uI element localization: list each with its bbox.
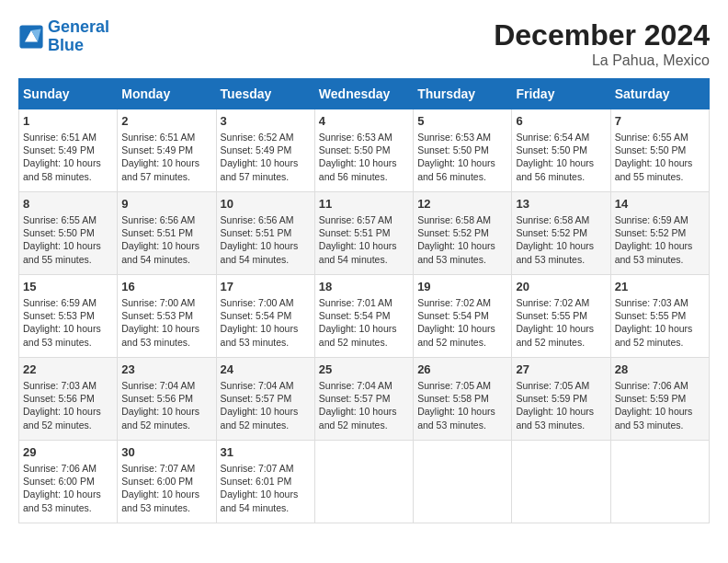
day-number: 25 (319, 362, 409, 376)
logo: General Blue (18, 18, 109, 55)
day-number: 26 (417, 362, 507, 376)
day-details: Sunrise: 7:05 AMSunset: 5:59 PMDaylight:… (516, 379, 606, 431)
logo-text: General Blue (48, 18, 109, 55)
day-details: Sunrise: 6:52 AMSunset: 5:49 PMDaylight:… (221, 131, 311, 183)
calendar-header: SundayMondayTuesdayWednesdayThursdayFrid… (19, 79, 710, 109)
month-title: December 2024 (494, 18, 710, 52)
day-cell-13: 13Sunrise: 6:58 AMSunset: 5:52 PMDayligh… (512, 192, 610, 275)
day-number: 22 (23, 362, 113, 376)
day-cell-19: 19Sunrise: 7:02 AMSunset: 5:54 PMDayligh… (414, 275, 512, 358)
day-number: 13 (516, 197, 606, 211)
header-day-thursday: Thursday (414, 79, 512, 109)
day-details: Sunrise: 6:55 AMSunset: 5:50 PMDaylight:… (23, 213, 113, 266)
day-details: Sunrise: 6:55 AMSunset: 5:50 PMDaylight:… (615, 131, 705, 183)
day-number: 7 (615, 114, 705, 128)
day-details: Sunrise: 6:53 AMSunset: 5:50 PMDaylight:… (417, 131, 507, 183)
day-details: Sunrise: 7:00 AMSunset: 5:53 PMDaylight:… (121, 296, 211, 349)
day-number: 24 (221, 362, 311, 376)
week-row-1: 1Sunrise: 6:51 AMSunset: 5:49 PMDaylight… (19, 109, 710, 192)
day-cell-14: 14Sunrise: 6:59 AMSunset: 5:52 PMDayligh… (610, 192, 709, 275)
week-row-4: 22Sunrise: 7:03 AMSunset: 5:56 PMDayligh… (19, 358, 710, 441)
day-number: 1 (23, 114, 113, 128)
day-details: Sunrise: 7:00 AMSunset: 5:54 PMDaylight:… (221, 296, 311, 349)
day-details: Sunrise: 6:56 AMSunset: 5:51 PMDaylight:… (121, 213, 211, 266)
logo-icon (18, 24, 44, 50)
day-number: 6 (516, 114, 606, 128)
day-cell-28: 28Sunrise: 7:06 AMSunset: 5:59 PMDayligh… (610, 358, 709, 441)
day-cell-27: 27Sunrise: 7:05 AMSunset: 5:59 PMDayligh… (512, 358, 610, 441)
day-number: 2 (121, 114, 211, 128)
logo-line2: Blue (48, 36, 84, 54)
day-cell-16: 16Sunrise: 7:00 AMSunset: 5:53 PMDayligh… (118, 275, 216, 358)
header: General Blue December 2024 La Pahua, Mex… (18, 18, 710, 69)
day-details: Sunrise: 7:04 AMSunset: 5:57 PMDaylight:… (319, 379, 409, 431)
day-number: 11 (319, 197, 409, 211)
header-day-tuesday: Tuesday (216, 79, 314, 109)
day-details: Sunrise: 7:07 AMSunset: 6:00 PMDaylight:… (121, 462, 211, 514)
calendar-table: SundayMondayTuesdayWednesdayThursdayFrid… (18, 78, 710, 523)
day-cell-9: 9Sunrise: 6:56 AMSunset: 5:51 PMDaylight… (118, 192, 216, 275)
day-details: Sunrise: 6:59 AMSunset: 5:52 PMDaylight:… (615, 213, 705, 266)
day-cell-23: 23Sunrise: 7:04 AMSunset: 5:56 PMDayligh… (118, 358, 216, 441)
day-number: 30 (121, 445, 211, 459)
day-cell-4: 4Sunrise: 6:53 AMSunset: 5:50 PMDaylight… (314, 109, 413, 192)
day-details: Sunrise: 7:04 AMSunset: 5:56 PMDaylight:… (121, 379, 211, 431)
location: La Pahua, Mexico (494, 52, 710, 69)
header-day-monday: Monday (118, 79, 216, 109)
day-cell-24: 24Sunrise: 7:04 AMSunset: 5:57 PMDayligh… (216, 358, 314, 441)
empty-cell (314, 441, 413, 523)
day-details: Sunrise: 7:05 AMSunset: 5:58 PMDaylight:… (417, 379, 507, 431)
day-details: Sunrise: 7:02 AMSunset: 5:54 PMDaylight:… (417, 296, 507, 349)
day-number: 19 (417, 280, 507, 293)
calendar-body: 1Sunrise: 6:51 AMSunset: 5:49 PMDaylight… (19, 109, 710, 523)
day-cell-21: 21Sunrise: 7:03 AMSunset: 5:55 PMDayligh… (610, 275, 709, 358)
day-number: 16 (121, 280, 211, 293)
day-number: 12 (417, 197, 507, 211)
day-details: Sunrise: 6:56 AMSunset: 5:51 PMDaylight:… (221, 213, 311, 266)
day-cell-5: 5Sunrise: 6:53 AMSunset: 5:50 PMDaylight… (414, 109, 512, 192)
day-cell-6: 6Sunrise: 6:54 AMSunset: 5:50 PMDaylight… (512, 109, 610, 192)
day-cell-3: 3Sunrise: 6:52 AMSunset: 5:49 PMDaylight… (216, 109, 314, 192)
day-number: 23 (121, 362, 211, 376)
day-number: 10 (221, 197, 311, 211)
day-details: Sunrise: 6:58 AMSunset: 5:52 PMDaylight:… (417, 213, 507, 266)
day-cell-17: 17Sunrise: 7:00 AMSunset: 5:54 PMDayligh… (216, 275, 314, 358)
day-number: 17 (221, 280, 311, 293)
empty-cell (414, 441, 512, 523)
header-day-saturday: Saturday (610, 79, 709, 109)
day-cell-11: 11Sunrise: 6:57 AMSunset: 5:51 PMDayligh… (314, 192, 413, 275)
header-day-wednesday: Wednesday (314, 79, 413, 109)
title-area: December 2024 La Pahua, Mexico (494, 18, 710, 69)
day-number: 20 (516, 280, 606, 293)
day-details: Sunrise: 6:54 AMSunset: 5:50 PMDaylight:… (516, 131, 606, 183)
day-details: Sunrise: 6:53 AMSunset: 5:50 PMDaylight:… (319, 131, 409, 183)
day-cell-7: 7Sunrise: 6:55 AMSunset: 5:50 PMDaylight… (610, 109, 709, 192)
day-cell-25: 25Sunrise: 7:04 AMSunset: 5:57 PMDayligh… (314, 358, 413, 441)
day-number: 18 (319, 280, 409, 293)
day-details: Sunrise: 6:51 AMSunset: 5:49 PMDaylight:… (23, 131, 113, 183)
day-details: Sunrise: 7:02 AMSunset: 5:55 PMDaylight:… (516, 296, 606, 349)
day-cell-18: 18Sunrise: 7:01 AMSunset: 5:54 PMDayligh… (314, 275, 413, 358)
logo-line1: General (48, 17, 109, 36)
day-cell-2: 2Sunrise: 6:51 AMSunset: 5:49 PMDaylight… (118, 109, 216, 192)
day-details: Sunrise: 7:06 AMSunset: 5:59 PMDaylight:… (615, 379, 705, 431)
day-cell-20: 20Sunrise: 7:02 AMSunset: 5:55 PMDayligh… (512, 275, 610, 358)
day-number: 31 (221, 445, 311, 459)
day-cell-22: 22Sunrise: 7:03 AMSunset: 5:56 PMDayligh… (19, 358, 118, 441)
day-number: 5 (417, 114, 507, 128)
empty-cell (610, 441, 709, 523)
day-cell-30: 30Sunrise: 7:07 AMSunset: 6:00 PMDayligh… (118, 441, 216, 523)
day-details: Sunrise: 7:06 AMSunset: 6:00 PMDaylight:… (23, 462, 113, 514)
week-row-2: 8Sunrise: 6:55 AMSunset: 5:50 PMDaylight… (19, 192, 710, 275)
day-details: Sunrise: 6:57 AMSunset: 5:51 PMDaylight:… (319, 213, 409, 266)
day-number: 28 (615, 362, 705, 376)
day-details: Sunrise: 7:03 AMSunset: 5:55 PMDaylight:… (615, 296, 705, 349)
header-day-friday: Friday (512, 79, 610, 109)
day-details: Sunrise: 7:03 AMSunset: 5:56 PMDaylight:… (23, 379, 113, 431)
day-cell-12: 12Sunrise: 6:58 AMSunset: 5:52 PMDayligh… (414, 192, 512, 275)
day-number: 29 (23, 445, 113, 459)
day-details: Sunrise: 7:07 AMSunset: 6:01 PMDaylight:… (221, 462, 311, 514)
day-number: 8 (23, 197, 113, 211)
day-cell-31: 31Sunrise: 7:07 AMSunset: 6:01 PMDayligh… (216, 441, 314, 523)
day-cell-26: 26Sunrise: 7:05 AMSunset: 5:58 PMDayligh… (414, 358, 512, 441)
